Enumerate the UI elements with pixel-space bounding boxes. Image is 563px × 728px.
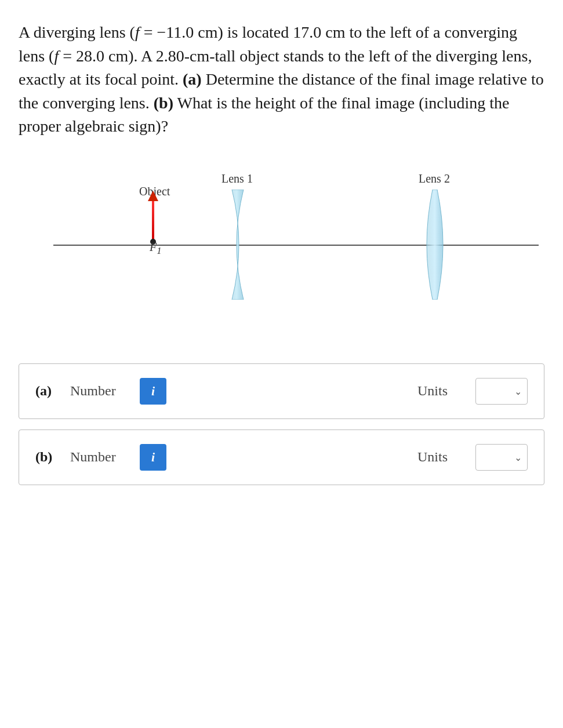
number-input-b[interactable] — [178, 444, 294, 471]
diagram: Object F1 Lens 1 Lens 2 — [19, 155, 544, 340]
lens2-label: Lens 2 — [419, 172, 450, 185]
units-select-a[interactable]: cm m mm — [475, 378, 528, 405]
lens1: Lens 1 — [227, 190, 248, 300]
f1-label: F1 — [150, 241, 162, 257]
units-select-b[interactable]: cm m mm — [475, 444, 528, 471]
answer-section: (a) Number i Units cm m mm ⌄ (b) Number … — [19, 363, 544, 485]
part-label-a: (a) — [35, 383, 59, 399]
number-label-a: Number — [70, 383, 128, 399]
arrow-shaft — [152, 201, 154, 242]
answer-row-b: (b) Number i Units cm m mm ⌄ — [19, 429, 544, 485]
units-select-wrap-a: cm m mm ⌄ — [475, 378, 528, 405]
object-group: Object F1 — [152, 201, 154, 242]
number-input-a[interactable] — [178, 378, 294, 405]
info-icon-b: i — [151, 450, 155, 465]
lens2: Lens 2 — [424, 190, 445, 300]
units-label-a: Units — [417, 383, 464, 399]
info-button-b[interactable]: i — [140, 444, 166, 471]
info-icon-a: i — [151, 384, 155, 399]
question-text: A diverging lens (f = −11.0 cm) is locat… — [19, 21, 544, 139]
info-button-a[interactable]: i — [140, 378, 166, 405]
part-label-b: (b) — [35, 449, 59, 465]
arrow-head — [148, 191, 158, 201]
units-select-wrap-b: cm m mm ⌄ — [475, 444, 528, 471]
units-label-b: Units — [417, 449, 464, 465]
lens1-label: Lens 1 — [221, 172, 253, 185]
optical-axis — [53, 245, 539, 246]
number-label-b: Number — [70, 449, 128, 465]
answer-row-a: (a) Number i Units cm m mm ⌄ — [19, 363, 544, 419]
